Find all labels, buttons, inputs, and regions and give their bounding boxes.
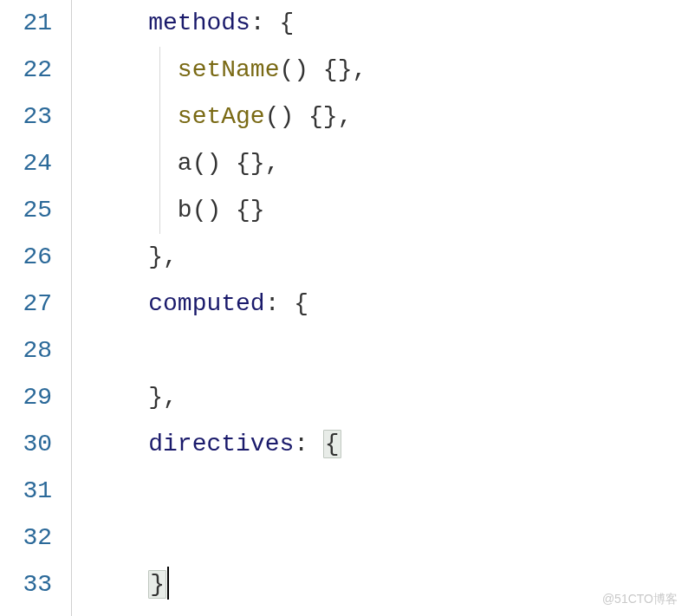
- line-number: 30: [0, 421, 52, 468]
- fold-guide-line: [71, 0, 72, 616]
- code-line[interactable]: },: [90, 374, 688, 421]
- text-cursor: [167, 567, 169, 600]
- code-line[interactable]: directives: {: [90, 421, 688, 468]
- line-number: 22: [0, 47, 52, 94]
- line-number: 26: [0, 234, 52, 281]
- fold-column: [62, 0, 87, 616]
- code-line[interactable]: a() {},: [90, 140, 688, 187]
- code-line[interactable]: computed: {: [90, 281, 688, 327]
- punct-token: },: [148, 243, 178, 270]
- punct-token: },: [148, 384, 178, 411]
- watermark-text: @51CTO博客: [602, 592, 678, 607]
- property-token: computed: [148, 290, 264, 317]
- punct-token: () {},: [279, 56, 367, 83]
- code-line[interactable]: methods: {: [90, 0, 688, 47]
- line-number: 28: [0, 327, 52, 374]
- property-token: directives: [148, 431, 294, 457]
- property-token: methods: [148, 10, 250, 36]
- line-number: 25: [0, 187, 52, 234]
- code-line[interactable]: [90, 515, 688, 561]
- line-number: 23: [0, 94, 52, 140]
- method-token: setAge: [178, 103, 265, 130]
- method-token: setName: [178, 56, 280, 83]
- line-number: 24: [0, 140, 52, 187]
- code-line[interactable]: setName() {},: [90, 47, 688, 94]
- punct-token: :: [294, 431, 323, 457]
- matched-brace: {: [323, 430, 341, 458]
- line-number: 29: [0, 374, 52, 421]
- code-line[interactable]: [90, 327, 688, 374]
- punct-token: : {: [265, 290, 308, 317]
- code-line[interactable]: setAge() {},: [90, 94, 688, 140]
- line-number: 21: [0, 0, 52, 47]
- code-line[interactable]: }: [90, 561, 688, 608]
- code-editor[interactable]: 21 22 23 24 25 26 27 28 29 30 31 32 33 m…: [0, 0, 688, 616]
- line-number: 27: [0, 281, 52, 327]
- line-number: 33: [0, 561, 52, 608]
- line-number-gutter: 21 22 23 24 25 26 27 28 29 30 31 32 33: [0, 0, 62, 616]
- code-content[interactable]: methods: { setName() {}, setAge() {}, a(…: [87, 0, 688, 616]
- line-number: 31: [0, 468, 52, 515]
- punct-token: () {},: [192, 150, 280, 177]
- matched-brace: }: [148, 570, 166, 599]
- code-line[interactable]: },: [90, 234, 688, 281]
- code-line[interactable]: [90, 468, 688, 515]
- method-token: a: [178, 150, 192, 177]
- punct-token: () {}: [192, 197, 265, 224]
- line-number: 32: [0, 515, 52, 561]
- punct-token: () {},: [265, 103, 353, 130]
- code-line[interactable]: b() {}: [90, 187, 688, 234]
- method-token: b: [178, 197, 192, 224]
- punct-token: : {: [250, 10, 294, 36]
